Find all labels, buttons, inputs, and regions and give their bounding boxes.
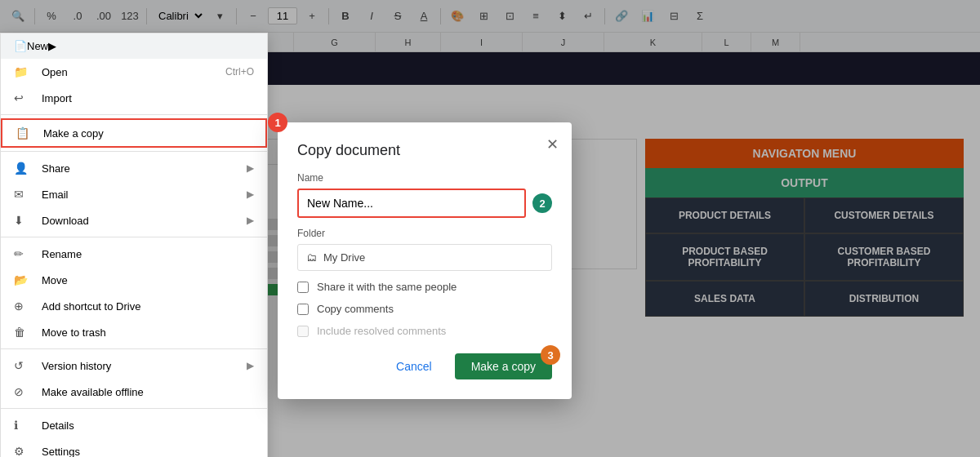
font-size-increase-icon[interactable]: + bbox=[301, 5, 323, 28]
version-history-label: Version history bbox=[42, 360, 247, 372]
open-shortcut: Ctrl+O bbox=[225, 66, 254, 78]
col-header-m: M bbox=[751, 33, 800, 51]
dropdown-menu: 📄 New ▶ 📁 Open Ctrl+O ↩ Import 📋 Make a … bbox=[0, 33, 268, 457]
copy-comments-label: Copy comments bbox=[317, 303, 394, 315]
italic-icon[interactable]: I bbox=[360, 5, 383, 28]
percent-icon[interactable]: % bbox=[40, 5, 63, 28]
align-icon[interactable]: ≡ bbox=[524, 5, 547, 28]
font-family-select[interactable]: Calibri bbox=[152, 7, 205, 24]
circle-badge-3: 3 bbox=[541, 345, 560, 365]
dialog-close-button[interactable]: ✕ bbox=[546, 135, 559, 153]
import-icon: ↩ bbox=[14, 91, 33, 104]
menu-item-settings[interactable]: ⚙ Settings bbox=[1, 438, 267, 457]
new-icon: 📄 bbox=[14, 40, 27, 52]
font-size-decrease-icon[interactable]: − bbox=[242, 5, 265, 28]
make-copy-label: Make a copy bbox=[43, 127, 252, 140]
dialog-name-label: Name bbox=[297, 172, 552, 184]
nav-customer-details-button[interactable]: CUSTOMER DETAILS bbox=[804, 197, 964, 233]
toolbar: 🔍 % .0 .00 123 Calibri ▾ − + B I S A 🎨 ⊞… bbox=[0, 0, 980, 33]
menu-item-move-trash[interactable]: 🗑 Move to trash bbox=[1, 319, 267, 345]
function-icon[interactable]: Σ bbox=[688, 5, 711, 28]
circle-badge-2: 2 bbox=[532, 193, 552, 213]
make-copy-button[interactable]: Make a copy bbox=[455, 353, 552, 379]
col-header-k: K bbox=[604, 33, 702, 51]
divider-4 bbox=[1, 348, 267, 349]
rename-icon: ✏ bbox=[14, 247, 33, 260]
col-header-h: H bbox=[376, 33, 441, 51]
menu-item-rename[interactable]: ✏ Rename bbox=[1, 241, 267, 267]
font-dropdown-icon[interactable]: ▾ bbox=[208, 5, 231, 28]
nav-details-row: PRODUCT DETAILS CUSTOMER DETAILS bbox=[645, 197, 964, 233]
menu-item-import[interactable]: ↩ Import bbox=[1, 85, 267, 111]
copy-comments-checkbox[interactable] bbox=[297, 304, 309, 315]
nav-sales-data-button[interactable]: SALES DATA bbox=[645, 281, 804, 317]
strikethrough-icon[interactable]: S bbox=[386, 5, 409, 28]
divider-3 bbox=[1, 237, 267, 237]
nav-panel: NAVIGATON MENU OUTPUT PRODUCT DETAILS CU… bbox=[645, 139, 964, 317]
make-offline-label: Make available offline bbox=[42, 386, 254, 398]
nav-output-button[interactable]: OUTPUT bbox=[645, 168, 964, 197]
import-label: Import bbox=[42, 92, 254, 104]
search-icon[interactable]: 🔍 bbox=[7, 5, 29, 28]
font-size-input[interactable] bbox=[268, 7, 297, 24]
divider-1 bbox=[1, 114, 267, 115]
email-arrow-icon: ▶ bbox=[247, 189, 254, 200]
move-label: Move bbox=[42, 274, 254, 286]
menu-item-open[interactable]: 📁 Open Ctrl+O bbox=[1, 59, 267, 85]
nav-product-profitability-button[interactable]: PRODUCT BASED PROFITABILITY bbox=[645, 233, 804, 281]
details-label: Details bbox=[42, 419, 254, 432]
folder-value: My Drive bbox=[323, 251, 365, 264]
menu-item-add-shortcut[interactable]: ⊕ Add shortcut to Drive bbox=[1, 293, 267, 319]
menu-item-make-offline[interactable]: ⊘ Make available offline bbox=[1, 379, 267, 405]
menu-item-new[interactable]: 📄 New ▶ bbox=[1, 33, 267, 59]
menu-item-version-history[interactable]: ↺ Version history ▶ bbox=[1, 353, 267, 379]
cancel-button[interactable]: Cancel bbox=[383, 353, 445, 379]
dialog-folder-selector[interactable]: 🗂 My Drive bbox=[297, 244, 552, 271]
nav-profitability-row: PRODUCT BASED PROFITABILITY CUSTOMER BAS… bbox=[645, 233, 964, 281]
new-arrow-icon: ▶ bbox=[48, 40, 56, 52]
share-label: Share bbox=[42, 162, 247, 175]
divider-2 bbox=[1, 151, 267, 152]
filter-icon[interactable]: ⊟ bbox=[662, 5, 685, 28]
folder-icon: 🗂 bbox=[306, 251, 317, 264]
email-label: Email bbox=[42, 189, 247, 201]
nav-menu-header: NAVIGATON MENU bbox=[645, 139, 964, 168]
fill-color-icon[interactable]: 🎨 bbox=[446, 5, 469, 28]
link-icon[interactable]: 🔗 bbox=[610, 5, 633, 28]
nav-distribution-button[interactable]: DISTRIBUTION bbox=[804, 281, 964, 317]
nav-customer-profitability-button[interactable]: CUSTOMER BASED PROFITABILITY bbox=[804, 233, 964, 281]
col-header-g: G bbox=[294, 33, 376, 51]
dialog-name-input[interactable] bbox=[297, 189, 526, 218]
menu-item-details[interactable]: ℹ Details bbox=[1, 412, 267, 438]
badge-1-indicator: 1 bbox=[268, 113, 287, 132]
divider-4 bbox=[328, 8, 329, 24]
bold-icon[interactable]: B bbox=[334, 5, 357, 28]
divider-5 bbox=[1, 408, 267, 409]
borders-icon[interactable]: ⊞ bbox=[472, 5, 495, 28]
decimal00-icon[interactable]: .00 bbox=[92, 5, 115, 28]
shortcut-icon: ⊕ bbox=[14, 299, 33, 313]
valign-icon[interactable]: ⬍ bbox=[550, 5, 573, 28]
email-icon: ✉ bbox=[14, 188, 33, 201]
download-arrow-icon: ▶ bbox=[247, 215, 254, 226]
nav-product-details-button[interactable]: PRODUCT DETAILS bbox=[645, 197, 804, 233]
open-label: Open bbox=[42, 66, 225, 78]
share-same-people-checkbox[interactable] bbox=[297, 282, 309, 293]
menu-item-share[interactable]: 👤 Share ▶ bbox=[1, 155, 267, 181]
merge-icon[interactable]: ⊡ bbox=[498, 5, 521, 28]
menu-item-download[interactable]: ⬇ Download ▶ bbox=[1, 207, 267, 233]
wrap-icon[interactable]: ↵ bbox=[577, 5, 599, 28]
badge-3-indicator: 3 bbox=[541, 345, 560, 365]
trash-icon: 🗑 bbox=[14, 326, 33, 339]
menu-item-email[interactable]: ✉ Email ▶ bbox=[1, 181, 267, 207]
underline-icon[interactable]: A bbox=[412, 5, 435, 28]
divider-2 bbox=[146, 8, 147, 24]
decimal0-icon[interactable]: .0 bbox=[66, 5, 89, 28]
chart-icon[interactable]: 📊 bbox=[636, 5, 659, 28]
include-resolved-row: Include resolved comments bbox=[297, 325, 552, 337]
format-icon[interactable]: 123 bbox=[118, 5, 141, 28]
menu-item-make-copy[interactable]: 📋 Make a copy bbox=[1, 118, 267, 148]
include-resolved-checkbox[interactable] bbox=[297, 326, 309, 337]
menu-item-move[interactable]: 📂 Move bbox=[1, 267, 267, 293]
dialog-folder-label: Folder bbox=[297, 228, 552, 239]
